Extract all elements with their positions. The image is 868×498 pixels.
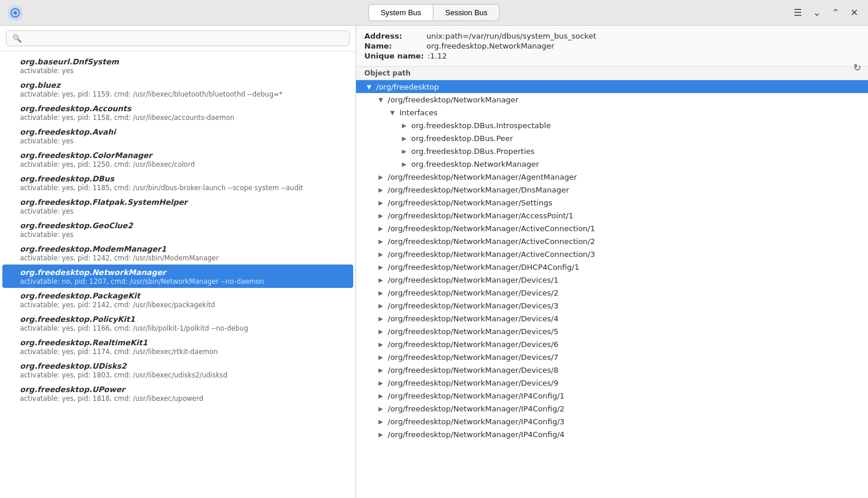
- service-name: org.freedesktop.DBus: [20, 174, 114, 183]
- service-detail: activatable: yes: [20, 231, 73, 239]
- service-item[interactable]: org.freedesktop.ColorManager activatable…: [2, 147, 353, 171]
- service-item[interactable]: org.freedesktop.Avahi activatable: yes: [2, 124, 353, 147]
- up-button[interactable]: ⌃: [827, 5, 843, 21]
- tree-item-label: /org/freedesktop/NetworkManager/Devices/…: [385, 327, 561, 336]
- service-item[interactable]: org.freedesktop.GeoClue2 activatable: ye…: [2, 218, 353, 241]
- tree-item[interactable]: ▼ /org/freedesktop/NetworkManager: [356, 93, 868, 106]
- tree-item[interactable]: ▼ Interfaces: [356, 106, 868, 119]
- tree-item[interactable]: ▶ /org/freedesktop/NetworkManager/Device…: [356, 351, 868, 363]
- service-item[interactable]: org.freedesktop.UDisks2 activatable: yes…: [2, 358, 353, 382]
- chevron-right-icon: ▶: [376, 198, 385, 207]
- session-bus-tab[interactable]: Session Bus: [433, 4, 500, 21]
- service-item[interactable]: org.freedesktop.Flatpak.SystemHelper act…: [2, 194, 353, 218]
- address-row: Address: unix:path=/var/run/dbus/system_…: [364, 32, 860, 40]
- service-detail: activatable: yes, pid: 1185, cmd: /usr/b…: [20, 184, 303, 192]
- tree-item[interactable]: ▶ /org/freedesktop/NetworkManager/Device…: [356, 286, 868, 299]
- service-item[interactable]: org.freedesktop.Accounts activatable: ye…: [2, 101, 353, 124]
- chevron-right-icon: ▶: [376, 236, 385, 246]
- titlebar-actions: ☰ ⌄ ⌃ ✕: [790, 5, 862, 21]
- tree-item-label: org.freedesktop.DBus.Properties: [409, 147, 537, 156]
- tree-item-label: /org/freedesktop/NetworkManager/ActiveCo…: [385, 250, 597, 259]
- tree-item[interactable]: ▶ /org/freedesktop/NetworkManager/IP4Con…: [356, 428, 868, 441]
- tree-item-label: Interfaces: [397, 108, 440, 117]
- tree-item[interactable]: ▶ org.freedesktop.DBus.Peer: [356, 132, 868, 145]
- tree-item[interactable]: ▶ /org/freedesktop/NetworkManager/Device…: [356, 325, 868, 338]
- service-item[interactable]: org.freedesktop.PolicyKit1 activatable: …: [2, 311, 353, 335]
- tree-item[interactable]: ▶ org.freedesktop.NetworkManager: [356, 157, 868, 170]
- tree-item[interactable]: ▶ /org/freedesktop/NetworkManager/IP4Con…: [356, 389, 868, 402]
- tree-item[interactable]: ▶ /org/freedesktop/NetworkManager/Device…: [356, 363, 868, 376]
- chevron-right-icon: ▶: [376, 185, 385, 194]
- service-detail: activatable: yes: [20, 207, 73, 215]
- chevron-right-icon: ▶: [376, 430, 385, 439]
- menu-button[interactable]: ☰: [790, 5, 806, 21]
- service-name: org.freedesktop.RealtimeKit1: [20, 338, 148, 347]
- service-name: org.freedesktop.GeoClue2: [20, 221, 133, 230]
- tree-item-label: /org/freedesktop/NetworkManager/Devices/…: [385, 314, 561, 323]
- chevron-right-icon: ▶: [376, 352, 385, 362]
- tree-item[interactable]: ▼ /org/freedesktop: [356, 80, 868, 93]
- close-button[interactable]: ✕: [846, 5, 862, 21]
- chevron-right-icon: ▶: [376, 224, 385, 233]
- tree-item-label: /org/freedesktop/NetworkManager/DnsManag…: [385, 186, 572, 194]
- tree-item[interactable]: ▶ /org/freedesktop/NetworkManager/Device…: [356, 376, 868, 389]
- tree-item-label: /org/freedesktop/NetworkManager/Devices/…: [385, 301, 561, 310]
- service-name: org.freedesktop.PackageKit: [20, 291, 140, 300]
- service-name: org.freedesktop.UDisks2: [20, 362, 127, 370]
- service-item[interactable]: org.bluez activatable: yes, pid: 1159, c…: [2, 77, 353, 101]
- name-value: org.freedesktop.NetworkManager: [426, 42, 554, 50]
- name-row: Name: org.freedesktop.NetworkManager: [364, 42, 860, 50]
- chevron-right-icon: ▶: [376, 327, 385, 336]
- tree-item[interactable]: ▶ /org/freedesktop/NetworkManager/Device…: [356, 299, 868, 312]
- name-label: Name:: [364, 42, 423, 50]
- service-item[interactable]: org.freedesktop.DBus activatable: yes, p…: [2, 171, 353, 194]
- chevron-right-icon: ▶: [376, 314, 385, 323]
- service-item[interactable]: org.freedesktop.RealtimeKit1 activatable…: [2, 335, 353, 358]
- service-name: org.freedesktop.Avahi: [20, 128, 116, 136]
- service-item[interactable]: org.freedesktop.ModemManager1 activatabl…: [2, 241, 353, 265]
- tree-item[interactable]: ▶ /org/freedesktop/NetworkManager/IP4Con…: [356, 415, 868, 428]
- tree-item[interactable]: ▶ /org/freedesktop/NetworkManager/AgentM…: [356, 170, 868, 183]
- tree-item-label: /org/freedesktop/NetworkManager/IP4Confi…: [385, 417, 567, 426]
- tree-item[interactable]: ▶ /org/freedesktop/NetworkManager/Active…: [356, 222, 868, 235]
- service-item[interactable]: org.freedesktop.NetworkManager activatab…: [2, 265, 353, 288]
- tree-item[interactable]: ▶ /org/freedesktop/NetworkManager/DHCP4C…: [356, 260, 868, 273]
- service-list: org.baseurl.DnfSystem activatable: yes o…: [0, 51, 356, 498]
- chevron-right-icon: ▶: [376, 378, 385, 387]
- service-name: org.bluez: [20, 81, 60, 90]
- tree-item[interactable]: ▶ /org/freedesktop/NetworkManager/Active…: [356, 248, 868, 260]
- service-name: org.freedesktop.UPower: [20, 385, 125, 394]
- tree-item[interactable]: ▶ org.freedesktop.DBus.Properties: [356, 145, 868, 157]
- tree-item-label: /org/freedesktop/NetworkManager/Devices/…: [385, 366, 561, 375]
- tree-item[interactable]: ▶ /org/freedesktop/NetworkManager/Active…: [356, 235, 868, 248]
- tree-item[interactable]: ▶ /org/freedesktop/NetworkManager/Device…: [356, 273, 868, 286]
- tree-header: Object path: [356, 67, 868, 80]
- chevron-right-icon: ▶: [376, 211, 385, 220]
- tree-item[interactable]: ▶ /org/freedesktop/NetworkManager/Access…: [356, 209, 868, 222]
- service-item[interactable]: org.freedesktop.UPower activatable: yes,…: [2, 382, 353, 405]
- system-bus-tab[interactable]: System Bus: [368, 4, 433, 21]
- tree-item[interactable]: ▶ /org/freedesktop/NetworkManager/Device…: [356, 312, 868, 325]
- service-item[interactable]: org.baseurl.DnfSystem activatable: yes: [2, 54, 353, 77]
- tree-item-label: /org/freedesktop/NetworkManager/Devices/…: [385, 276, 561, 284]
- tree-item[interactable]: ▶ /org/freedesktop/NetworkManager/Device…: [356, 338, 868, 351]
- down-button[interactable]: ⌄: [808, 5, 825, 21]
- service-detail: activatable: yes, pid: 1166, cmd: /usr/l…: [20, 324, 248, 332]
- chevron-down-icon: ▼: [376, 95, 385, 104]
- service-name: org.freedesktop.NetworkManager: [20, 268, 166, 277]
- address-label: Address:: [364, 32, 423, 40]
- service-item[interactable]: org.freedesktop.PackageKit activatable: …: [2, 288, 353, 311]
- service-detail: activatable: yes, pid: 1818, cmd: /usr/l…: [20, 394, 203, 403]
- tree-item-label: /org/freedesktop/NetworkManager/Devices/…: [385, 353, 561, 362]
- tree-item[interactable]: ▶ /org/freedesktop/NetworkManager/Settin…: [356, 196, 868, 209]
- tree-item-label: /org/freedesktop/NetworkManager/Devices/…: [385, 340, 561, 349]
- tree-item[interactable]: ▶ /org/freedesktop/NetworkManager/DnsMan…: [356, 183, 868, 196]
- tree-item[interactable]: ▶ /org/freedesktop/NetworkManager/IP4Con…: [356, 402, 868, 415]
- service-detail: activatable: yes, pid: 1174, cmd: /usr/l…: [20, 348, 218, 356]
- tree-item[interactable]: ▶ org.freedesktop.DBus.Introspectable: [356, 119, 868, 132]
- chevron-right-icon: ▶: [376, 172, 385, 181]
- chevron-right-icon: ▶: [399, 121, 409, 130]
- tree-item-label: /org/freedesktop/NetworkManager/DHCP4Con…: [385, 263, 582, 272]
- search-input[interactable]: [6, 30, 350, 46]
- refresh-button[interactable]: ↻: [853, 62, 861, 73]
